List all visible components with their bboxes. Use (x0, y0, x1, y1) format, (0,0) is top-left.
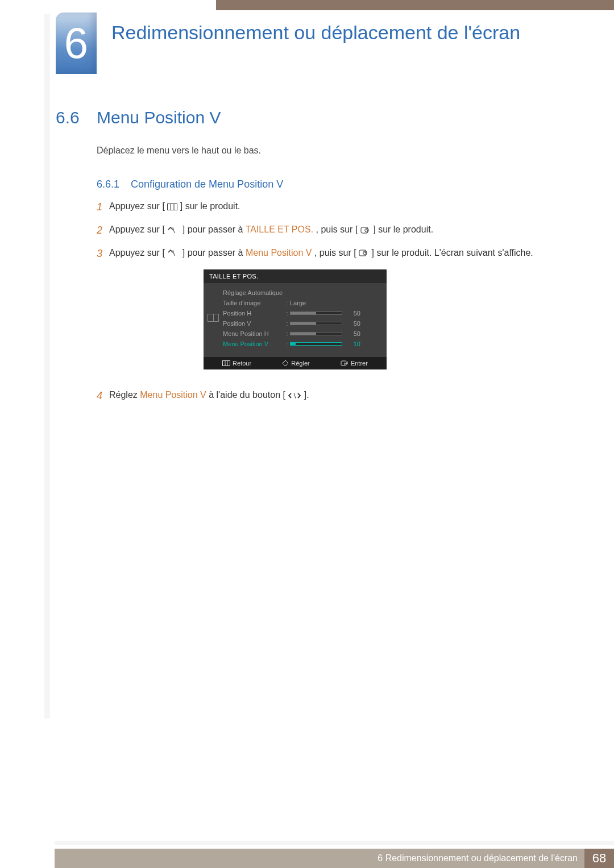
svg-rect-13 (341, 361, 346, 366)
colon: : (284, 330, 290, 337)
osd-label: Taille d'image (223, 300, 284, 306)
step-text: Appuyez sur [ ] pour passer à TAILLE ET … (109, 222, 540, 239)
diamond-icon (282, 360, 289, 367)
osd-label: Réglage Automatique (223, 289, 284, 296)
osd-bar-wrap: 50 (290, 320, 381, 327)
osd-footer-adjust: Régler (282, 360, 309, 367)
menu-icon (222, 360, 230, 366)
text: Régler (291, 360, 309, 367)
step-2: 2 Appuyez sur [ ] pour passer à TAILLE E… (97, 222, 540, 239)
text: Appuyez sur [ (109, 248, 165, 258)
subsection-number: 6.6.1 (97, 178, 119, 190)
step-text: Appuyez sur [ ] pour passer à Menu Posit… (109, 246, 540, 262)
osd-bar-wrap: 50 (290, 310, 381, 317)
colon: : (284, 300, 290, 306)
osd-panel: TAILLE ET POS. Réglage Automatique Taill… (204, 269, 387, 369)
osd-slider-active (290, 342, 342, 346)
osd-slider (290, 322, 342, 325)
prefooter-stripe (55, 841, 614, 845)
text: Appuyez sur [ (109, 201, 165, 211)
text: à l'aide du bouton [ (209, 390, 285, 400)
text: Entrer (351, 360, 368, 367)
chapter-title: Redimensionnement ou déplacement de l'éc… (111, 20, 532, 45)
osd-footer-back: Retour (222, 360, 251, 367)
text: ] sur le produit. (373, 225, 433, 234)
step-text: Réglez Menu Position V à l'aide du bouto… (109, 388, 540, 404)
step-number: 2 (97, 222, 109, 239)
up-down-icon (167, 227, 180, 234)
osd-label: Position V (223, 320, 284, 327)
osd-value: 50 (347, 310, 360, 317)
osd-value: 50 (347, 330, 360, 337)
link-menu-position-v: Menu Position V (246, 248, 312, 258)
colon: : (284, 310, 290, 317)
osd-label: Position H (223, 310, 284, 317)
svg-rect-0 (168, 203, 177, 210)
osd-footer: Retour Régler Entrer (204, 357, 387, 369)
subsection-title: Configuration de Menu Position V (131, 178, 283, 190)
osd-slider (290, 332, 342, 335)
step-3: 3 Appuyez sur [ ] pour passer à Menu Pos… (97, 246, 540, 262)
section-number: 6.6 (56, 108, 80, 127)
menu-icon (167, 203, 177, 210)
up-down-icon (167, 250, 180, 256)
step-number: 4 (97, 388, 109, 404)
chapter-badge: 6 (56, 13, 97, 74)
osd-row-position-h: Position H : 50 (223, 308, 381, 318)
enter-icon (341, 360, 349, 367)
osd-title: TAILLE ET POS. (204, 269, 387, 283)
text: , puis sur [ (316, 225, 358, 234)
section-intro: Déplacez le menu vers le haut ou le bas. (97, 146, 261, 156)
left-right-icon (288, 392, 301, 399)
colon: : (284, 340, 290, 347)
svg-line-3 (173, 227, 175, 233)
enter-icon (359, 249, 369, 257)
osd-value: 50 (347, 320, 360, 327)
footer-text: 6 Redimensionnement ou déplacement de l'… (377, 853, 584, 863)
step-number: 3 (97, 246, 109, 262)
osd-category-iconcol (204, 283, 223, 357)
osd-label: Menu Position H (223, 330, 284, 337)
osd-footer-enter: Entrer (341, 360, 368, 367)
text: ] sur le produit. L'écran suivant s'affi… (372, 248, 533, 258)
top-accent-band (216, 0, 614, 10)
osd-bar-wrap: 10 (290, 340, 381, 347)
text: Retour (233, 360, 251, 367)
text: Appuyez sur [ (109, 225, 165, 234)
osd-list: Réglage Automatique Taille d'image : Lar… (223, 283, 387, 357)
osd-row-menu-position-h: Menu Position H : 50 (223, 329, 381, 339)
text: Réglez (109, 390, 140, 400)
svg-line-9 (294, 393, 296, 398)
text: , puis sur [ (314, 248, 356, 258)
enter-icon (360, 226, 371, 234)
osd-body: Réglage Automatique Taille d'image : Lar… (204, 283, 387, 357)
link-taille-et-pos: TAILLE ET POS. (246, 225, 313, 234)
osd-row-auto: Réglage Automatique (223, 288, 381, 298)
text: ]. (304, 390, 309, 400)
step-1: 1 Appuyez sur [ ] sur le produit. (97, 199, 540, 215)
svg-line-6 (173, 250, 175, 256)
osd-row-image-size: Taille d'image : Large (223, 298, 381, 308)
osd-value: Large (290, 300, 324, 306)
step-text: Appuyez sur [ ] sur le produit. (109, 199, 540, 215)
text: ] pour passer à (182, 248, 246, 258)
footer: 6 Redimensionnement ou déplacement de l'… (55, 849, 614, 868)
text: ] sur le produit. (180, 201, 240, 211)
colon: : (284, 320, 290, 327)
text: ] pour passer à (182, 225, 246, 234)
chapter-number: 6 (64, 22, 88, 65)
page-number: 68 (584, 849, 614, 868)
osd-row-position-v: Position V : 50 (223, 318, 381, 329)
left-accent-stripe (44, 14, 50, 719)
section-title: Menu Position V (97, 108, 221, 127)
page: 6 Redimensionnement ou déplacement de l'… (0, 0, 614, 868)
svg-rect-10 (223, 361, 230, 366)
osd-slider (290, 312, 342, 315)
size-pos-icon (208, 314, 219, 322)
step-4: 4 Réglez Menu Position V à l'aide du bou… (97, 388, 540, 404)
link-menu-position-v: Menu Position V (140, 390, 206, 400)
step-number: 1 (97, 199, 109, 215)
osd-bar-wrap: 50 (290, 330, 381, 337)
osd-label-active: Menu Position V (223, 340, 284, 347)
osd-row-menu-position-v: Menu Position V : 10 (223, 339, 381, 349)
